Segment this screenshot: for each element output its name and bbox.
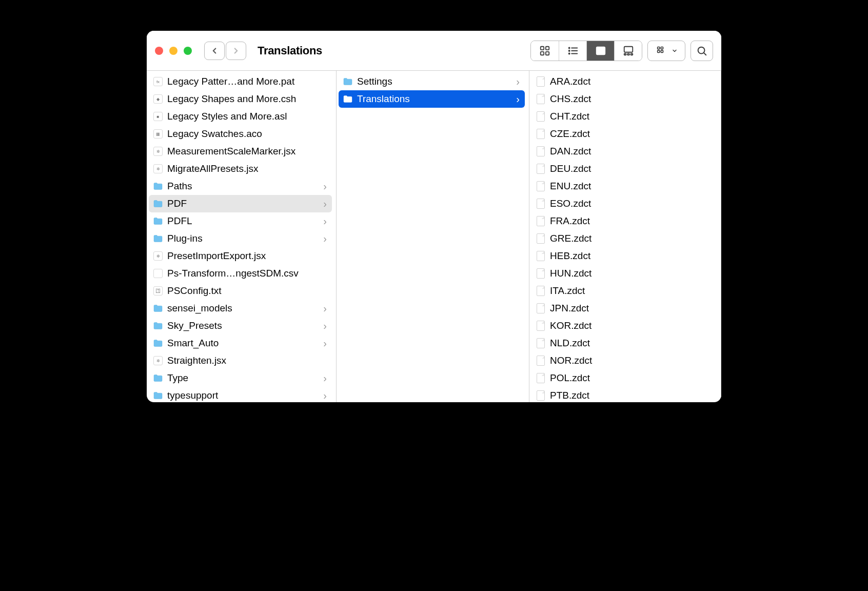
file-icon: ■ [153, 111, 163, 122]
file-icon [536, 233, 546, 244]
chevron-left-icon [210, 46, 219, 55]
folder-icon [343, 94, 353, 104]
file-icon [153, 268, 163, 279]
svg-point-8 [568, 53, 569, 54]
list-item[interactable]: NOR.zdct [531, 352, 717, 369]
list-item[interactable]: ITA.zdct [531, 282, 717, 300]
list-item[interactable]: Settings› [339, 73, 525, 90]
file-icon [536, 216, 546, 226]
list-item[interactable]: sensei_models› [149, 300, 332, 317]
svg-point-4 [568, 47, 569, 48]
file-icon [536, 146, 546, 156]
file-icon [536, 94, 546, 104]
list-item[interactable]: GRE.zdct [531, 230, 717, 247]
list-item[interactable]: Smart_Auto› [149, 334, 332, 352]
list-item[interactable]: ◆Legacy Shapes and More.csh [149, 90, 332, 108]
list-item[interactable]: HUN.zdct [531, 265, 717, 282]
item-label: Legacy Styles and More.asl [167, 111, 327, 122]
list-item[interactable]: ✲MigrateAllPresets.jsx [149, 160, 332, 178]
list-item[interactable]: ARA.zdct [531, 73, 717, 90]
list-item[interactable]: HEB.zdct [531, 247, 717, 265]
folder-icon [343, 95, 353, 103]
column-view-button[interactable] [586, 41, 614, 61]
svg-rect-3 [546, 51, 549, 54]
forward-button[interactable] [226, 42, 246, 60]
folder-icon [153, 233, 163, 244]
folder-icon [153, 181, 163, 191]
list-item[interactable]: ✲Straighten.jsx [149, 352, 332, 369]
folder-icon [153, 217, 163, 225]
folder-icon [153, 234, 163, 243]
back-button[interactable] [204, 42, 225, 60]
list-item[interactable]: POL.zdct [531, 369, 717, 387]
list-item[interactable]: JPN.zdct [531, 300, 717, 317]
list-item[interactable]: Sky_Presets› [149, 317, 332, 334]
file-icon: ▦ [153, 129, 163, 139]
close-button[interactable] [155, 47, 163, 55]
item-label: KOR.zdct [550, 320, 712, 331]
folder-icon [153, 339, 163, 347]
list-item[interactable]: fxLegacy Patter…and More.pat [149, 73, 332, 90]
svg-line-22 [704, 53, 706, 55]
chevron-right-icon: › [516, 76, 520, 87]
chevron-right-icon [231, 46, 241, 55]
list-item[interactable]: Type› [149, 369, 332, 387]
list-item[interactable]: ✲MeasurementScaleMarker.jsx [149, 143, 332, 160]
column-1[interactable]: fxLegacy Patter…and More.pat◆Legacy Shap… [147, 71, 337, 402]
item-label: JPN.zdct [550, 303, 712, 314]
file-icon [536, 251, 546, 261]
file-icon: ✲ [153, 251, 163, 261]
list-item[interactable]: DEU.zdct [531, 160, 717, 178]
svg-rect-16 [630, 53, 633, 55]
list-item[interactable]: CHT.zdct [531, 108, 717, 125]
list-item[interactable]: ESO.zdct [531, 195, 717, 212]
file-icon: ✲ [153, 356, 163, 366]
list-item[interactable]: KOR.zdct [531, 317, 717, 334]
folder-icon [153, 216, 163, 226]
icon-view-button[interactable] [531, 41, 559, 61]
list-item[interactable]: Ps-Transform…ngestSDM.csv [149, 265, 332, 282]
chevron-right-icon: › [323, 390, 327, 401]
gallery-view-button[interactable] [614, 41, 642, 61]
toolbar: Translations [147, 31, 721, 71]
list-item[interactable]: PDFL› [149, 212, 332, 230]
list-item[interactable]: typesupport› [149, 387, 332, 402]
file-icon [536, 321, 546, 331]
list-item[interactable]: PTB.zdct [531, 387, 717, 402]
list-item[interactable]: CHS.zdct [531, 90, 717, 108]
list-item[interactable]: PDF› [149, 195, 332, 212]
group-by-button[interactable] [647, 41, 685, 61]
list-item[interactable]: CZE.zdct [531, 125, 717, 143]
list-item[interactable]: NLD.zdct [531, 334, 717, 352]
list-item[interactable]: ■Legacy Styles and More.asl [149, 108, 332, 125]
file-icon [536, 199, 546, 209]
chevron-right-icon: › [323, 338, 327, 348]
list-item[interactable]: DAN.zdct [531, 143, 717, 160]
list-item[interactable]: Paths› [149, 178, 332, 195]
list-item[interactable]: ENU.zdct [531, 178, 717, 195]
list-item[interactable]: Translations› [339, 90, 525, 108]
list-item[interactable]: 🅃PSConfig.txt [149, 282, 332, 300]
file-icon [536, 111, 546, 122]
file-icon [536, 390, 546, 401]
folder-icon [343, 76, 353, 87]
list-item[interactable]: FRA.zdct [531, 212, 717, 230]
file-icon [536, 181, 546, 191]
file-icon [536, 268, 546, 279]
column-3[interactable]: ARA.zdctCHS.zdctCHT.zdctCZE.zdctDAN.zdct… [529, 71, 721, 402]
column-2[interactable]: Settings›Translations› [337, 71, 529, 402]
folder-icon [153, 390, 163, 401]
search-button[interactable] [691, 41, 713, 61]
file-icon [536, 286, 546, 296]
item-label: Type [167, 372, 319, 384]
svg-rect-15 [627, 53, 629, 55]
minimize-button[interactable] [169, 47, 177, 55]
chevron-right-icon: › [323, 216, 327, 226]
list-view-button[interactable] [559, 41, 586, 61]
list-item[interactable]: ✲PresetImportExport.jsx [149, 247, 332, 265]
list-item[interactable]: ▦Legacy Swatches.aco [149, 125, 332, 143]
folder-icon [153, 322, 163, 330]
maximize-button[interactable] [184, 47, 192, 55]
svg-rect-18 [658, 50, 660, 52]
list-item[interactable]: Plug-ins› [149, 230, 332, 247]
